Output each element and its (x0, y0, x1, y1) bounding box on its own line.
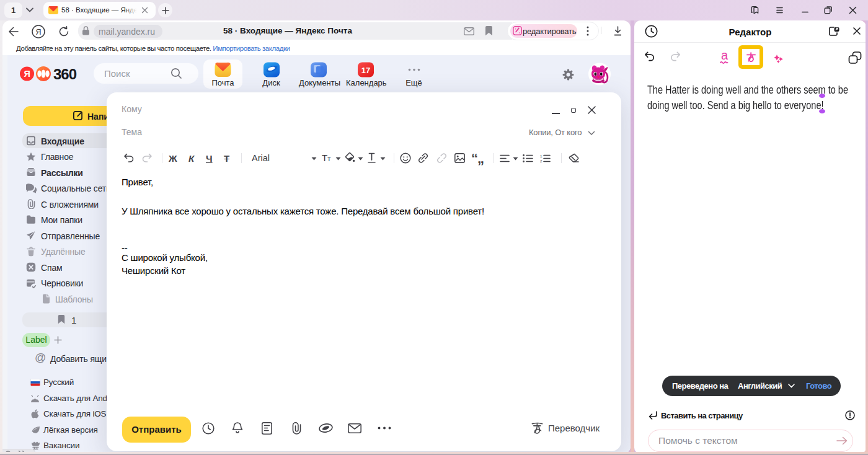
svg-text:2: 2 (540, 159, 542, 162)
svg-text:17: 17 (361, 66, 370, 75)
svg-text:1: 1 (540, 154, 542, 158)
svg-text:Я: Я (24, 69, 30, 79)
svg-text:360: 360 (53, 66, 77, 81)
